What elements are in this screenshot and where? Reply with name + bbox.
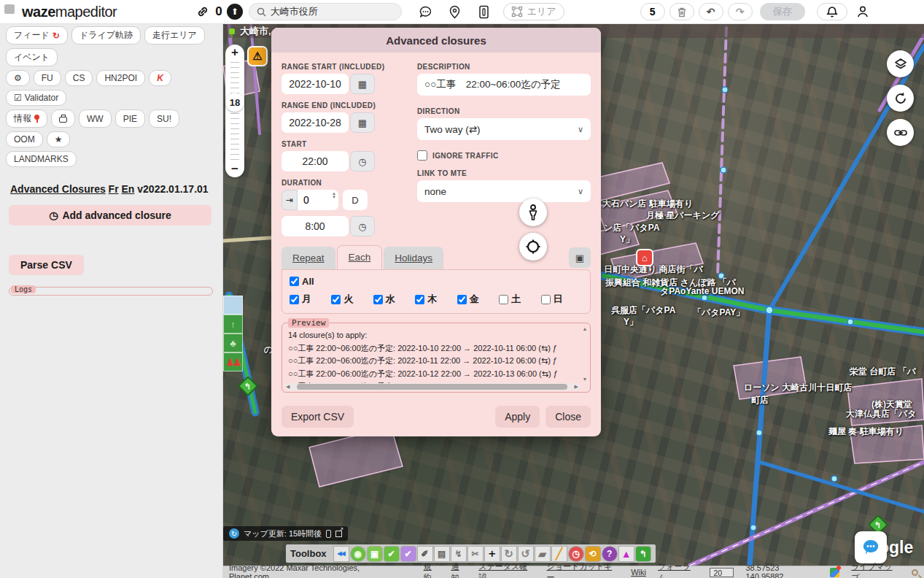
undo-button[interactable]: ↶ — [699, 3, 723, 20]
day-checkbox[interactable] — [499, 295, 508, 304]
tab-ww[interactable]: WW — [79, 109, 112, 128]
day-all-checkbox[interactable] — [290, 277, 299, 286]
day-item[interactable]: 木 — [415, 293, 457, 306]
tree-marker[interactable]: ♣ — [223, 334, 243, 352]
zoom-in-button[interactable]: + — [231, 45, 238, 61]
tab-feed[interactable]: フィード↻ — [6, 26, 68, 45]
number-spinner[interactable]: ▲▼ — [332, 192, 336, 199]
purple-check-icon[interactable]: ✔ — [400, 546, 416, 562]
scrollbar-thumb[interactable] — [297, 384, 567, 390]
place-pin-icon[interactable] — [447, 4, 463, 20]
copy-segment-icon[interactable]: ▤ — [434, 546, 450, 562]
duration-days-input[interactable]: 0 ▲▼ — [298, 190, 338, 210]
green-check-icon[interactable]: ✔ — [384, 546, 400, 562]
area-button[interactable]: エリア — [503, 3, 564, 20]
tab-drive-tracks[interactable]: ドライブ軌跡 — [71, 26, 141, 45]
refresh-button[interactable] — [887, 85, 914, 112]
preview-horizontal-scrollbar[interactable]: ◀▶ — [284, 383, 580, 390]
building-icon[interactable] — [476, 4, 492, 20]
parse-csv-button[interactable]: Parse CSV — [9, 255, 84, 275]
permalink-icon[interactable] — [195, 4, 211, 20]
water-marker[interactable] — [223, 296, 243, 315]
tab-joho[interactable]: 情報 — [6, 109, 47, 128]
tab-toolbox-case[interactable] — [51, 109, 75, 128]
day-checkbox[interactable] — [373, 295, 383, 304]
lang-en-link[interactable]: En — [122, 183, 135, 195]
wiki-link[interactable]: Wiki — [631, 568, 646, 577]
add-advanced-closure-button[interactable]: ◷ Add advanced closure — [9, 205, 211, 226]
uturn-green-icon[interactable]: ↰ — [635, 546, 651, 562]
livemap-link[interactable]: ライブマップ — [851, 561, 900, 578]
phone-icon[interactable] — [326, 530, 331, 538]
flash-upgrade-icon[interactable]: ↯ — [451, 546, 467, 562]
uturn-diamond-icon[interactable]: ⟲ — [585, 546, 601, 562]
logs-section[interactable]: Logs — [9, 287, 213, 296]
layers-button[interactable] — [887, 50, 914, 77]
tab-cs[interactable]: CS — [65, 70, 93, 86]
tab-validator[interactable]: ☑Validator — [6, 90, 66, 106]
day-checkbox[interactable] — [415, 295, 424, 304]
link-to-mte-select[interactable]: none ∨ — [417, 180, 591, 202]
map-issues-warning-button[interactable]: ⚠ — [247, 46, 268, 66]
feedback-bubble-icon[interactable]: ⬆ — [227, 4, 243, 20]
tab-landmarks[interactable]: LANDMARKS — [6, 151, 77, 167]
day-checkbox[interactable] — [541, 295, 551, 304]
start-clock-button[interactable]: ◷ — [350, 151, 375, 172]
day-checkbox[interactable] — [290, 295, 299, 304]
advanced-closures-link[interactable]: Advanced Closures — [10, 183, 106, 195]
range-start-input[interactable]: 2022-10-10 — [282, 74, 349, 94]
description-input[interactable]: ○○工事 22:00~06:00迄の予定 — [417, 74, 591, 96]
tab-fu[interactable]: FU — [34, 70, 61, 86]
pegman-button[interactable] — [519, 199, 547, 226]
day-item[interactable]: 土 — [499, 293, 540, 306]
notices-link[interactable]: 通知 — [451, 561, 467, 578]
roundabout-icon[interactable]: ↻ — [501, 546, 517, 562]
zoom-control[interactable]: + − 18 — [225, 45, 244, 177]
day-item[interactable]: 水 — [373, 293, 415, 306]
range-end-calendar-button[interactable]: ▦ — [350, 112, 375, 133]
google-maps-icon[interactable] — [830, 568, 839, 577]
edit-count-badge[interactable]: 5 — [640, 3, 665, 20]
zoom-out-button[interactable]: − — [231, 161, 238, 177]
save-button[interactable]: 保存 — [760, 3, 805, 20]
preview-vertical-scrollbar[interactable]: ▲▼ — [581, 326, 589, 382]
tab-oom[interactable]: OOM — [6, 131, 43, 147]
tab-hn2poi[interactable]: HN2POI — [96, 70, 145, 86]
duration-clock-button[interactable]: ◷ — [350, 216, 375, 236]
close-button[interactable]: Close — [546, 406, 591, 428]
shortcuts-link[interactable]: ショートカットキー — [546, 561, 619, 578]
zoom-level-badge[interactable]: 18 — [225, 93, 244, 112]
day-item[interactable]: 月 — [290, 293, 331, 306]
landmark-polygon-icon[interactable]: ▰ — [535, 546, 551, 562]
tab-favorites-star[interactable]: ★ — [47, 131, 71, 147]
tab-su[interactable]: SU! — [149, 109, 179, 128]
pedestrians-marker[interactable]: ♟♟ — [223, 352, 243, 371]
settings-gear-icon[interactable]: ⚙ — [6, 70, 30, 86]
status-check-link[interactable]: ステータス確認 — [478, 561, 535, 578]
direction-select[interactable]: Two way (⇄) ∨ — [417, 118, 591, 140]
range-start-calendar-button[interactable]: ▦ — [350, 74, 375, 94]
tab-repeat[interactable]: Repeat — [282, 247, 335, 269]
up-arrow-marker[interactable]: ↑ — [223, 315, 243, 334]
trash-button[interactable] — [669, 3, 694, 20]
power-icon[interactable]: ◉ — [350, 546, 366, 562]
day-all-item[interactable]: All — [290, 276, 583, 287]
day-item[interactable]: 火 — [331, 293, 373, 306]
livemap-chat-button[interactable] — [855, 531, 887, 563]
export-csv-button[interactable]: Export CSV — [282, 406, 354, 428]
question-icon[interactable]: ? — [602, 546, 618, 562]
ignore-traffic-checkbox[interactable] — [417, 150, 427, 161]
notifications-button[interactable] — [817, 3, 847, 20]
redo-button[interactable]: ↷ — [728, 3, 753, 20]
forum-link[interactable]: フォーラム — [658, 561, 698, 578]
skip-to-end-button[interactable]: ⇥ — [282, 190, 298, 210]
external-link-icon[interactable] — [335, 531, 342, 537]
geolocate-button[interactable] — [519, 233, 547, 261]
scissors-icon[interactable]: ✂ — [467, 546, 484, 562]
pencil-icon[interactable]: ✐ — [417, 546, 433, 562]
day-checkbox[interactable] — [331, 295, 341, 304]
tab-ak-script[interactable]: K — [149, 70, 171, 86]
closure-clock-icon[interactable]: ◷ — [568, 546, 584, 562]
broom-icon[interactable]: ╱ — [551, 546, 567, 562]
user-profile-icon[interactable] — [855, 4, 871, 20]
